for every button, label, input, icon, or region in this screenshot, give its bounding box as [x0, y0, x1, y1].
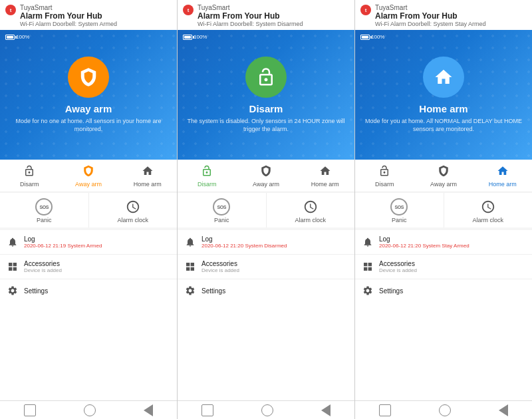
- menu-item-accessories[interactable]: Accessories Device is added: [0, 255, 177, 279]
- header-title: Alarm From Your Hub: [198, 11, 349, 21]
- menu-list: Log 2020-06-12 21:19 System Armed Access…: [0, 230, 177, 400]
- nav-btn-square[interactable]: [379, 404, 391, 416]
- action-alarm-clock[interactable]: Alarm clock: [89, 193, 178, 227]
- nav-btn-back[interactable]: [144, 404, 153, 416]
- action-alarm-clock[interactable]: Alarm clock: [444, 193, 533, 227]
- hero-area: 100% Away arm Mode for no one at home. A…: [0, 30, 177, 160]
- arm-btn-away[interactable]: Away arm: [237, 160, 296, 192]
- menu-item-settings[interactable]: Settings: [0, 279, 177, 302]
- arm-btn-label-disarm: Disarm: [375, 181, 394, 188]
- menu-item-log[interactable]: Log 2020-06-12 21:20 System Disarmed: [178, 230, 354, 255]
- header-text: TuyaSmart Alarm From Your Hub Wi-Fi Alar…: [375, 4, 527, 27]
- nav-btn-circle[interactable]: [261, 404, 273, 416]
- menu-item-log[interactable]: Log 2020-06-12 21:19 System Armed: [0, 230, 177, 255]
- battery-label: 100%: [371, 34, 384, 40]
- hero-description: Mode for you at home. All NORMAL and DEL…: [355, 117, 532, 134]
- battery-indicator: 100%: [183, 34, 207, 40]
- action-label-alarm-clock: Alarm clock: [472, 217, 503, 223]
- nav-btn-back[interactable]: [321, 404, 331, 416]
- menu-item-log[interactable]: Log 2020-06-12 21:20 System Stay Armed: [355, 230, 532, 255]
- sos-icon: SOS: [390, 198, 408, 215]
- arm-btn-disarm[interactable]: Disarm: [355, 160, 414, 192]
- nav-btn-circle[interactable]: [84, 404, 96, 416]
- menu-title-log: Log: [201, 235, 348, 243]
- arm-btn-disarm[interactable]: Disarm: [178, 160, 237, 192]
- menu-text-log: Log 2020-06-12 21:20 System Disarmed: [201, 235, 348, 249]
- action-label-panic: Panic: [214, 217, 229, 223]
- home-icon: [497, 165, 509, 179]
- hero-description: The system is disabled. Only sensors in …: [178, 117, 354, 134]
- nav-btn-square[interactable]: [201, 404, 213, 416]
- arm-btn-home[interactable]: Home arm: [118, 160, 177, 192]
- menu-title-settings: Settings: [24, 287, 170, 295]
- battery-indicator: 100%: [5, 34, 29, 40]
- menu-text-settings: Settings: [24, 287, 170, 295]
- menu-title-log: Log: [24, 235, 170, 243]
- hero-area: 100% Disarm The system is disabled. Only…: [178, 30, 354, 160]
- app-name: TuyaSmart: [20, 4, 172, 11]
- disarm-icon: [201, 165, 213, 179]
- screens-container: t TuyaSmart Alarm From Your Hub Wi-Fi Al…: [0, 0, 532, 419]
- arm-btn-disarm[interactable]: Disarm: [0, 160, 59, 192]
- arm-btn-away[interactable]: Away arm: [59, 160, 118, 192]
- menu-item-accessories[interactable]: Accessories Device is added: [178, 255, 354, 279]
- hero-circle[interactable]: [245, 57, 287, 98]
- menu-subtitle-accessories: Device is added: [201, 267, 348, 273]
- menu-subtitle-log: 2020-06-12 21:20 System Stay Armed: [379, 243, 525, 249]
- menu-title-settings: Settings: [201, 287, 348, 295]
- menu-text-settings: Settings: [201, 287, 348, 295]
- clock-icon: [124, 198, 142, 215]
- menu-item-settings[interactable]: Settings: [355, 279, 532, 302]
- arm-btn-home[interactable]: Home arm: [473, 160, 532, 192]
- hero-title: Away arm: [65, 103, 112, 114]
- menu-icon-log: [7, 236, 19, 248]
- arm-btn-label-away: Away arm: [430, 181, 457, 188]
- arm-buttons-row: Disarm Away arm Home arm: [355, 160, 532, 192]
- clock-icon: [302, 198, 319, 215]
- menu-subtitle-log: 2020-06-12 21:19 System Armed: [24, 243, 170, 249]
- action-panic[interactable]: SOS Panic: [178, 193, 267, 227]
- menu-item-settings[interactable]: Settings: [178, 279, 354, 302]
- menu-title-accessories: Accessories: [24, 260, 170, 267]
- menu-icon-accessories: [184, 261, 196, 273]
- hero-circle[interactable]: [68, 57, 109, 98]
- hero-description: Mode for no one at home. All sensors in …: [0, 117, 177, 134]
- action-row: SOS Panic Alarm clock: [0, 193, 177, 227]
- nav-btn-square[interactable]: [24, 404, 36, 416]
- hero-title: Home arm: [419, 103, 467, 114]
- action-label-panic: Panic: [37, 217, 52, 223]
- header-title: Alarm From Your Hub: [375, 11, 527, 21]
- tuya-logo: t: [360, 5, 371, 15]
- arm-btn-label-disarm: Disarm: [198, 181, 217, 188]
- screen-header: t TuyaSmart Alarm From Your Hub Wi-Fi Al…: [355, 0, 532, 30]
- tuya-logo: t: [5, 5, 16, 15]
- header-subtitle: Wi-Fi Alarm Doorbell: System Stay Armed: [375, 21, 527, 27]
- action-alarm-clock[interactable]: Alarm clock: [267, 193, 355, 227]
- screen-screen-home: t TuyaSmart Alarm From Your Hub Wi-Fi Al…: [355, 0, 532, 419]
- action-panic[interactable]: SOS Panic: [0, 193, 89, 227]
- battery-icon: [183, 35, 192, 40]
- menu-subtitle-accessories: Device is added: [24, 267, 170, 273]
- menu-subtitle-accessories: Device is added: [379, 267, 525, 273]
- nav-btn-back[interactable]: [499, 404, 508, 416]
- arm-btn-away[interactable]: Away arm: [414, 160, 473, 192]
- sos-icon: SOS: [213, 198, 230, 215]
- screen-screen-away: t TuyaSmart Alarm From Your Hub Wi-Fi Al…: [0, 0, 178, 419]
- nav-btn-circle[interactable]: [439, 404, 451, 416]
- header-subtitle: Wi-Fi Alarm Doorbell: System Disarmed: [198, 21, 349, 27]
- app-name: TuyaSmart: [198, 4, 349, 11]
- home-icon: [319, 165, 331, 179]
- bottom-nav: [0, 400, 177, 419]
- arm-btn-label-away: Away arm: [253, 181, 279, 188]
- tuya-logo: t: [183, 5, 194, 15]
- action-row: SOS Panic Alarm clock: [355, 193, 532, 227]
- battery-indicator: 100%: [360, 34, 384, 40]
- app-name: TuyaSmart: [375, 4, 527, 11]
- action-label-panic: Panic: [392, 217, 407, 223]
- menu-title-settings: Settings: [379, 287, 525, 295]
- menu-item-accessories[interactable]: Accessories Device is added: [355, 255, 532, 279]
- hero-circle[interactable]: [423, 57, 464, 98]
- disarm-icon: [23, 165, 35, 179]
- action-panic[interactable]: SOS Panic: [355, 193, 444, 227]
- arm-btn-home[interactable]: Home arm: [295, 160, 354, 192]
